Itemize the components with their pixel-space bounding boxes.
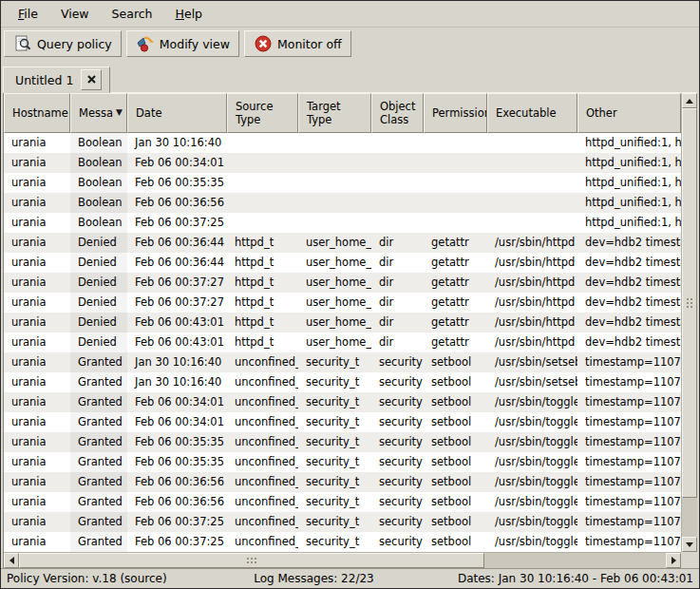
column-header-label: Other — [586, 106, 676, 120]
vertical-scrollbar-thumb[interactable] — [682, 108, 697, 498]
tab-close-button[interactable] — [81, 69, 102, 90]
cell-executable: /usr/sbin/toggle — [487, 412, 577, 432]
menu-item-help[interactable]: Help — [164, 3, 215, 25]
log-table-row[interactable]: uraniaGrantedFeb 06 00:37:25unconfined_s… — [4, 512, 681, 532]
cell-permission: setbool — [424, 412, 487, 432]
horizontal-scrollbar-trough[interactable] — [19, 553, 666, 568]
log-table-row[interactable]: uraniaDeniedFeb 06 00:36:44httpd_tuser_h… — [4, 253, 681, 273]
column-header-object-class[interactable]: Object Class — [371, 93, 424, 133]
log-table-row[interactable]: uraniaGrantedFeb 06 00:34:01unconfined_s… — [4, 392, 681, 412]
arrow-down-icon — [686, 542, 693, 551]
cell-messa: Denied — [70, 273, 127, 293]
cell-hostname: urania — [4, 313, 70, 332]
menu-item-search[interactable]: Search — [101, 3, 164, 25]
cell-date: Feb 06 00:36:56 — [127, 492, 227, 512]
cell-messa: Granted — [70, 392, 127, 412]
cell-other: httpd_unified:1, ht — [577, 193, 681, 213]
log-table-row[interactable]: uraniaGrantedFeb 06 00:36:56unconfined_s… — [4, 472, 681, 492]
cell-target-type: user_home_ — [298, 273, 371, 293]
horizontal-scrollbar[interactable] — [4, 552, 681, 568]
monitor-off-button[interactable]: Monitor off — [244, 30, 351, 57]
cell-date: Jan 30 10:16:40 — [127, 133, 227, 153]
column-header-permission[interactable]: Permission — [424, 93, 487, 133]
cell-permission: setbool — [424, 472, 487, 492]
scroll-down-button[interactable] — [682, 537, 697, 552]
cell-executable — [487, 213, 577, 233]
log-table-row[interactable]: uraniaDeniedFeb 06 00:37:27httpd_tuser_h… — [4, 293, 681, 313]
cell-hostname: urania — [4, 452, 70, 472]
cell-source-type — [227, 173, 298, 193]
column-header-date[interactable]: Date — [127, 93, 227, 133]
vertical-scrollbar[interactable] — [681, 93, 697, 552]
log-table-row[interactable]: uraniaDeniedFeb 06 00:43:01httpd_tuser_h… — [4, 313, 681, 332]
log-table: HostnameMessa▼DateSource TypeTarget Type… — [3, 93, 681, 568]
log-table-row[interactable]: uraniaDeniedFeb 06 00:36:44httpd_tuser_h… — [4, 233, 681, 253]
log-table-row[interactable]: uraniaGrantedFeb 06 00:35:35unconfined_s… — [4, 432, 681, 452]
log-table-row[interactable]: uraniaDeniedFeb 06 00:43:01httpd_tuser_h… — [4, 332, 681, 352]
tab-untitled-1[interactable]: Untitled 1 — [3, 66, 110, 93]
cell-target-type: user_home_ — [298, 313, 371, 332]
cell-other: timestamp=11076 — [577, 392, 681, 412]
log-table-row[interactable]: uraniaBooleanFeb 06 00:35:35httpd_unifie… — [4, 173, 681, 193]
cell-date: Feb 06 00:37:27 — [127, 293, 227, 313]
column-header-hostname[interactable]: Hostname — [4, 93, 70, 133]
cell-permission: getattr — [424, 313, 487, 332]
log-messages-status: Log Messages: 22/23 — [223, 572, 404, 585]
menu-item-file[interactable]: File — [7, 3, 49, 25]
cell-source-type — [227, 213, 298, 233]
log-table-row[interactable]: uraniaBooleanFeb 06 00:34:01httpd_unifie… — [4, 153, 681, 173]
cell-hostname: urania — [4, 293, 70, 313]
cell-date: Feb 06 00:43:01 — [127, 313, 227, 332]
seaudit-window: FileViewSearchHelp Query policyModify vi… — [0, 0, 700, 589]
cell-hostname: urania — [4, 532, 70, 552]
vertical-scrollbar-trough[interactable] — [682, 108, 697, 537]
menu-bar: FileViewSearchHelp — [1, 1, 699, 28]
table-header-row: HostnameMessa▼DateSource TypeTarget Type… — [4, 93, 681, 133]
cell-executable: /usr/sbin/setseb — [487, 352, 577, 372]
cell-messa: Granted — [70, 512, 127, 532]
column-header-messa[interactable]: Messa▼ — [70, 93, 127, 133]
cell-permission — [424, 133, 487, 153]
log-table-row[interactable]: uraniaGrantedJan 30 10:16:40unconfined_s… — [4, 352, 681, 372]
scroll-right-button[interactable] — [666, 553, 681, 568]
scroll-up-button[interactable] — [682, 93, 697, 108]
scroll-left-button[interactable] — [4, 553, 19, 568]
log-table-row[interactable]: uraniaGrantedFeb 06 00:35:35unconfined_s… — [4, 452, 681, 472]
horizontal-scrollbar-thumb[interactable] — [19, 553, 484, 568]
cell-hostname: urania — [4, 133, 70, 153]
column-header-executable[interactable]: Executable — [487, 93, 577, 133]
cell-permission — [424, 173, 487, 193]
dates-status: Dates: Jan 30 10:16:40 - Feb 06 00:43:01 — [405, 572, 693, 585]
toolbar-button-label: Query policy — [37, 37, 112, 51]
log-table-row[interactable]: uraniaGrantedJan 30 10:16:40unconfined_s… — [4, 372, 681, 392]
cell-executable: /usr/sbin/toggle — [487, 472, 577, 492]
cell-object-class: security — [371, 372, 424, 392]
column-header-target-type[interactable]: Target Type — [298, 93, 371, 133]
modify-view-button[interactable]: Modify view — [126, 30, 239, 57]
cell-source-type: unconfined_ — [227, 352, 298, 372]
cell-target-type: security_t — [298, 472, 371, 492]
log-table-row[interactable]: uraniaDeniedFeb 06 00:37:27httpd_tuser_h… — [4, 273, 681, 293]
log-table-row[interactable]: uraniaBooleanFeb 06 00:36:56httpd_unifie… — [4, 193, 681, 213]
cell-target-type — [298, 213, 371, 233]
column-header-other[interactable]: Other — [577, 93, 681, 133]
cell-date: Feb 06 00:43:01 — [127, 332, 227, 352]
log-table-row[interactable]: uraniaBooleanFeb 06 00:37:25httpd_unifie… — [4, 213, 681, 233]
cell-other: timestamp=11071 — [577, 352, 681, 372]
cell-permission — [424, 193, 487, 213]
cell-source-type — [227, 193, 298, 213]
cell-executable: /usr/sbin/toggle — [487, 492, 577, 512]
cell-object-class: security — [371, 532, 424, 552]
cell-object-class — [371, 193, 424, 213]
cell-other: dev=hdb2 timestam — [577, 253, 681, 273]
log-table-row[interactable]: uraniaGrantedFeb 06 00:34:01unconfined_s… — [4, 412, 681, 432]
log-table-row[interactable]: uraniaGrantedFeb 06 00:36:56unconfined_s… — [4, 492, 681, 512]
log-table-row[interactable]: uraniaBooleanJan 30 10:16:40httpd_unifie… — [4, 133, 681, 153]
cell-source-type: unconfined_ — [227, 372, 298, 392]
column-header-source-type[interactable]: Source Type — [227, 93, 298, 133]
query-policy-button[interactable]: Query policy — [4, 30, 122, 57]
menu-item-view[interactable]: View — [49, 3, 101, 25]
log-table-row[interactable]: uraniaGrantedFeb 06 00:37:25unconfined_s… — [4, 532, 681, 552]
cell-object-class: security — [371, 432, 424, 452]
cell-target-type: security_t — [298, 372, 371, 392]
